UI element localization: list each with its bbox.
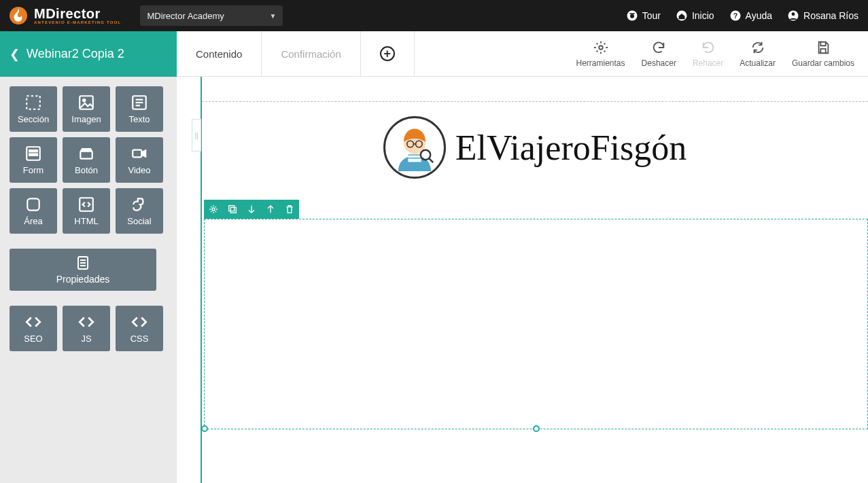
brand-logo-icon (10, 7, 27, 24)
nav-user-label: Rosana Ríos (803, 10, 858, 21)
brand-name: MDirector (34, 7, 121, 20)
tool-html[interactable]: HTML (63, 188, 110, 234)
page-title: Webinar2 Copia 2 (27, 47, 124, 61)
tool-grid-primary: Sección Imagen Texto Form Botón (10, 86, 167, 234)
tool-properties[interactable]: Propiedades (10, 249, 156, 291)
arrow-down-icon (246, 204, 257, 215)
element-toolbar (204, 200, 299, 219)
action-undo[interactable]: Deshacer (642, 40, 676, 68)
tool-social[interactable]: Social (116, 188, 163, 234)
gear-icon (593, 40, 608, 55)
tool-seo[interactable]: SEO (10, 306, 57, 351)
svg-text:?: ? (733, 12, 737, 20)
section-icon (24, 94, 42, 111)
action-save[interactable]: Guardar cambios (792, 40, 854, 68)
tool-text[interactable]: Texto (116, 86, 163, 132)
back-chevron-icon[interactable]: ❮ (10, 47, 20, 62)
svg-point-7 (792, 12, 795, 16)
plus-icon: + (380, 46, 395, 61)
image-icon (77, 94, 95, 111)
editor-actions: Herramientas Deshacer Rehacer Actualizar… (563, 31, 868, 76)
button-icon (77, 145, 95, 162)
nav-user[interactable]: Rosana Ríos (787, 10, 858, 22)
home-icon (676, 10, 688, 22)
code-icon (24, 313, 42, 331)
selected-block[interactable] (204, 219, 868, 429)
svg-rect-16 (29, 150, 38, 152)
sidebar: ❮ Webinar2 Copia 2 Sección Imagen Texto (0, 31, 177, 483)
svg-rect-20 (27, 198, 39, 210)
tool-image[interactable]: Imagen (63, 86, 110, 132)
gear-icon (208, 204, 219, 215)
html-icon (77, 196, 95, 213)
tool-area[interactable]: Área (10, 188, 57, 234)
element-duplicate[interactable] (223, 200, 242, 219)
form-icon (24, 145, 42, 162)
workspace-selector-label: MDirector Academy (147, 11, 224, 21)
tool-css[interactable]: CSS (116, 306, 163, 351)
chevron-down-icon: ▼ (270, 12, 277, 20)
help-icon: ? (729, 10, 742, 22)
code-icon (131, 313, 148, 331)
tab-content-label: Contenido (196, 48, 242, 60)
top-bar: MDirector ANTEVENIO E-MARKETING TOOL MDi… (0, 0, 868, 31)
tabs-bar: Contenido Confirmación + Herramientas De… (177, 31, 868, 77)
workspace: Contenido Confirmación + Herramientas De… (177, 31, 868, 483)
svg-point-1 (630, 14, 634, 18)
tab-content[interactable]: Contenido (177, 31, 262, 76)
tool-form[interactable]: Form (10, 137, 57, 183)
top-nav: Tour Inicio ? Ayuda Rosana Ríos (626, 10, 858, 22)
nav-home-label: Inicio (692, 10, 714, 21)
element-delete[interactable] (280, 200, 299, 219)
avatar-icon (383, 116, 446, 179)
tool-grid-code: SEO JS CSS (10, 306, 167, 351)
canvas-brand-text: ElViajeroFisgón (455, 128, 687, 168)
svg-rect-17 (29, 154, 38, 156)
tool-video[interactable]: Video (116, 137, 163, 183)
resize-handle-bc[interactable] (533, 425, 540, 432)
svg-point-36 (212, 208, 215, 211)
action-refresh[interactable]: Actualizar (740, 40, 776, 68)
area-icon (24, 196, 42, 213)
svg-rect-18 (80, 151, 92, 159)
tool-section[interactable]: Sección (10, 86, 57, 132)
tool-js[interactable]: JS (63, 306, 110, 351)
tab-confirm[interactable]: Confirmación (262, 31, 360, 76)
element-settings[interactable] (204, 200, 223, 219)
tab-confirm-label: Confirmación (281, 48, 341, 60)
social-icon (131, 196, 148, 213)
code-icon (77, 313, 95, 331)
svg-rect-37 (230, 207, 236, 213)
element-move-down[interactable] (242, 200, 261, 219)
tab-add[interactable]: + (361, 31, 415, 76)
user-icon (787, 10, 799, 22)
svg-point-26 (599, 46, 603, 50)
nav-help-label: Ayuda (746, 10, 772, 21)
action-redo[interactable]: Rehacer (693, 40, 723, 68)
arrow-up-icon (265, 204, 276, 215)
text-icon (131, 94, 148, 111)
svg-rect-8 (27, 96, 40, 109)
refresh-icon (750, 40, 765, 55)
properties-icon (75, 255, 91, 271)
drag-handle[interactable] (192, 119, 201, 151)
brand-tagline: ANTEVENIO E-MARKETING TOOL (34, 20, 121, 24)
nav-home[interactable]: Inicio (676, 10, 714, 22)
trash-icon (284, 204, 295, 215)
svg-line-35 (428, 158, 432, 162)
element-move-up[interactable] (261, 200, 280, 219)
tool-button[interactable]: Botón (63, 137, 110, 183)
nav-help[interactable]: ? Ayuda (729, 10, 772, 22)
canvas[interactable]: ElViajeroFisgón (177, 77, 868, 483)
video-icon (131, 145, 148, 162)
undo-icon (651, 40, 666, 55)
action-tools[interactable]: Herramientas (576, 40, 625, 68)
svg-point-10 (83, 99, 86, 102)
canvas-logo-block[interactable]: ElViajeroFisgón (202, 103, 868, 192)
redo-icon (701, 40, 716, 55)
resize-handle-bl[interactable] (201, 425, 208, 432)
nav-tour[interactable]: Tour (626, 10, 661, 22)
workspace-selector[interactable]: MDirector Academy ▼ (140, 5, 283, 26)
page-title-bar: ❮ Webinar2 Copia 2 (0, 31, 177, 77)
flame-icon (10, 7, 27, 24)
